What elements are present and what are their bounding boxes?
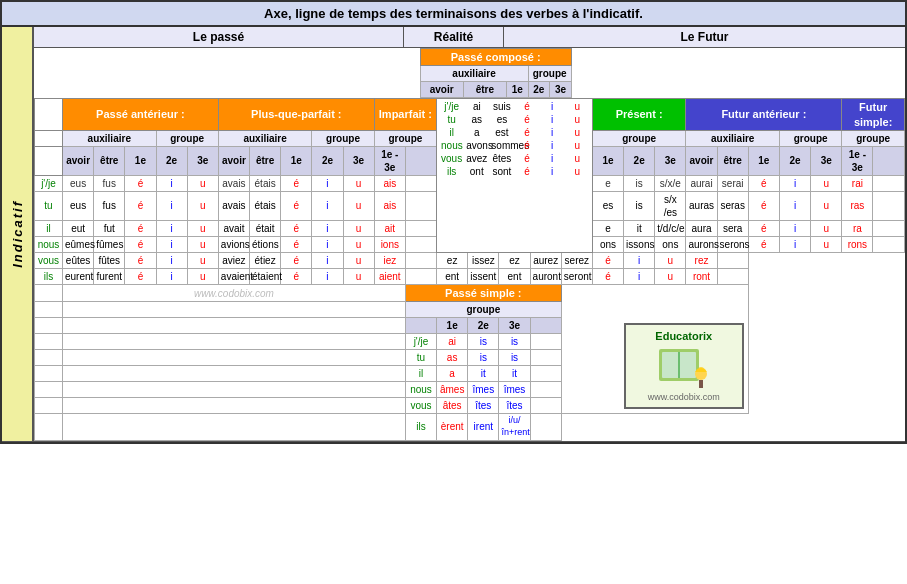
- futur-ant-header: Futur antérieur :: [686, 99, 842, 131]
- ps-data-row-3: il a it it: [35, 366, 905, 382]
- ps-subheader-row: groupe: [35, 302, 905, 318]
- educatorix-logo: Educatorix www.codobix: [624, 323, 744, 409]
- pqp-etre-col: être: [250, 146, 281, 175]
- fa-g2-col: 2e: [779, 146, 810, 175]
- fa-g3-col: 3e: [811, 146, 842, 175]
- ps-data-row-1: j'/je ai is is: [35, 334, 905, 350]
- ps-g1-col: 1e: [437, 318, 468, 334]
- table-row: vous eûtes fûtes é i u aviez étiez é i u…: [35, 252, 905, 268]
- pc-g2-1: i: [540, 100, 565, 113]
- pc-etre-col: être: [463, 82, 506, 98]
- fa-g1-col: 1e: [748, 146, 779, 175]
- pqp-g2-col: 2e: [312, 146, 343, 175]
- pc-row-1: j'/je ai suis é i u: [439, 100, 590, 113]
- pc-g1-1: é: [514, 100, 539, 113]
- ps-data-row-6: ils èrent irent i/u/în+rent: [35, 414, 905, 440]
- pqp-aux-sub: auxiliaire: [218, 130, 312, 146]
- pa-aux-sub: auxiliaire: [63, 130, 157, 146]
- pc-g3-col: 3e: [550, 82, 572, 98]
- passe-anterieur-header: Passé antérieur :: [63, 99, 219, 131]
- imp-grp-sub: groupe: [374, 130, 436, 146]
- pc-aux-subheader: auxiliaire: [420, 66, 528, 82]
- pc-row-2: tu as es é i u: [439, 113, 590, 126]
- pqp-header: Plus-que-parfait :: [218, 99, 374, 131]
- watermark-text: www.codobix.com: [63, 284, 406, 301]
- futur-simple-header: Futur simple:: [842, 99, 905, 131]
- table-row: ils eurent furent é i u avaient étaient …: [35, 268, 905, 284]
- imp-extra-col: [405, 146, 436, 175]
- header-realite: Réalité: [404, 27, 504, 47]
- main-table: Passé composé : auxiliaire groupe: [34, 48, 905, 98]
- page-container: Axe, ligne de temps des terminaisons des…: [0, 0, 907, 444]
- top-header-row: Le passé Réalité Le Futur: [34, 27, 905, 48]
- educatorix-url: www.codobix.com: [634, 392, 734, 404]
- imparfait-header: Imparfait :: [374, 99, 436, 131]
- pa-grp-sub: groupe: [156, 130, 218, 146]
- educatorix-label: Educatorix: [634, 329, 734, 343]
- pc-row-3: il a est é i u: [439, 126, 590, 139]
- content-area: Le passé Réalité Le Futur: [34, 27, 905, 441]
- pa-g3-col: 3e: [187, 146, 218, 175]
- indicatif-side: Indicatif: [2, 27, 34, 441]
- fa-grp-sub: groupe: [779, 130, 841, 146]
- pqp-avoir-col: avoir: [218, 146, 249, 175]
- pqp-grp-sub: groupe: [312, 130, 374, 146]
- passe-simple-header: Passé simple :: [405, 284, 561, 301]
- pc-forms-table: j'/je ai suis é i u tu as es: [439, 100, 590, 178]
- pres-grp-sub: groupe: [592, 130, 686, 146]
- svg-rect-4: [699, 380, 703, 388]
- pc-etre-1: suis: [489, 100, 514, 113]
- fa-aux-sub: auxiliaire: [686, 130, 780, 146]
- fs-extra-col: [873, 146, 905, 175]
- fa-avoir-col: avoir: [686, 146, 717, 175]
- header-futur: Le Futur: [504, 27, 905, 47]
- pc-avoir-1: ai: [464, 100, 489, 113]
- pres-g2-col: 2e: [624, 146, 655, 175]
- pa-g2-col: 2e: [156, 146, 187, 175]
- ps-g2-col: 2e: [468, 318, 499, 334]
- pqp-g3-col: 3e: [343, 146, 374, 175]
- ps-data-row-2: tu as is is: [35, 350, 905, 366]
- pc-g2-col: 2e: [528, 82, 550, 98]
- pc-g3-1: u: [565, 100, 590, 113]
- ps-g3-col: 3e: [499, 318, 530, 334]
- pc-row-6: ils ont sont é i u: [439, 165, 590, 178]
- pc-person-1: j'/je: [439, 100, 464, 113]
- passe-simple-header-row: www.codobix.com Passé simple : Educatori…: [35, 284, 905, 301]
- pc-row-5: vous avez êtes é i u: [439, 152, 590, 165]
- big-table: Passé antérieur : Plus-que-parfait : Imp…: [34, 98, 905, 440]
- pc-avoir-col: avoir: [420, 82, 463, 98]
- fs-g13-col: 1e - 3e: [842, 146, 873, 175]
- passe-compose-header: Passé composé :: [420, 49, 571, 66]
- ps-grp-sub: groupe: [405, 302, 561, 318]
- imp-g13-col: 1e - 3e: [374, 146, 405, 175]
- fa-etre-col: être: [717, 146, 748, 175]
- pc-col-headers-row: avoir être 1e 2e 3e: [34, 82, 905, 98]
- ps-data-row-5: vous âtes îtes îtes: [35, 398, 905, 414]
- pres-g1-col: 1e: [592, 146, 623, 175]
- book-icon: [654, 344, 714, 389]
- present-header: Présent :: [592, 99, 686, 131]
- pc-g1-col: 1e: [506, 82, 528, 98]
- section-headers-row: Passé antérieur : Plus-que-parfait : Imp…: [35, 99, 905, 131]
- ps-col-headers-row: 1e 2e 3e: [35, 318, 905, 334]
- pc-grp-subheader: groupe: [528, 66, 571, 82]
- pc-subheader-row: auxiliaire groupe: [34, 66, 905, 82]
- main-title: Axe, ligne de temps des terminaisons des…: [2, 2, 905, 27]
- pres-g3-col: 3e: [655, 146, 686, 175]
- pa-etre-col: être: [94, 146, 125, 175]
- pc-row-4: nous avons sommes é i u: [439, 139, 590, 152]
- fs-grp-sub: groupe: [842, 130, 905, 146]
- indicatif-label: Indicatif: [10, 200, 25, 268]
- pa-avoir-col: avoir: [63, 146, 94, 175]
- header-passe: Le passé: [34, 27, 404, 47]
- pqp-g1-col: 1e: [281, 146, 312, 175]
- ps-data-row-4: nous âmes îmes îmes: [35, 382, 905, 398]
- pa-g1-col: 1e: [125, 146, 156, 175]
- pc-header-row: Passé composé :: [34, 49, 905, 66]
